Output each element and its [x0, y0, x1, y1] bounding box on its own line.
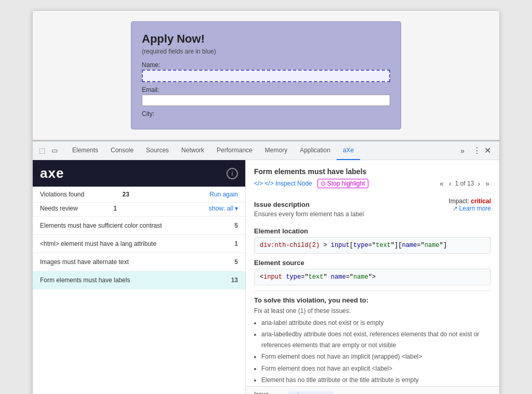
tab-elements[interactable]: Elements — [66, 141, 104, 160]
city-label: City: — [142, 110, 390, 117]
element-source-title: Element source — [254, 259, 491, 267]
solve-item-2: Form element does not have an implicit (… — [261, 351, 491, 362]
email-label: Email: — [142, 86, 390, 94]
first-page-button[interactable]: « — [438, 179, 445, 188]
more-tabs-button[interactable]: » — [456, 141, 469, 160]
element-location-title: Element location — [254, 227, 491, 235]
name-label: Name: — [142, 61, 390, 69]
learn-more-link[interactable]: ↗ Learn more — [418, 205, 491, 212]
axe-logo: axe — [40, 165, 64, 181]
solve-item-1: aria-labelledby attribute does not exist… — [261, 329, 491, 350]
menu-dots-icon: ⋮ — [473, 146, 481, 155]
violation-item-2[interactable]: Images must have alternate text 5 — [33, 253, 245, 271]
devtools: ⬚ ▭ Elements Console Sources Network Per… — [33, 140, 499, 394]
device-icon[interactable]: ▭ — [49, 146, 60, 156]
devtools-icon-group: ⬚ ▭ — [37, 146, 60, 156]
devtools-body: axe i Violations found 23 Run again Need… — [33, 160, 499, 394]
tab-network[interactable]: Network — [175, 141, 210, 160]
impact-text: Impact: critical — [418, 198, 491, 205]
axe-stats-row2: Needs review 1 show: all ▾ — [33, 203, 245, 217]
violation-label-1: <html> element must have a lang attribut… — [40, 240, 234, 247]
needs-review-count: 1 — [113, 205, 117, 212]
pagination-text: 1 of 13 — [455, 180, 474, 187]
axe-header: axe i — [33, 160, 245, 187]
stop-icon: ⊙ — [321, 180, 326, 187]
details-panel: Form elements must have labels </> </> I… — [246, 160, 499, 386]
element-location-code: div:nth-child(2) > input[type="text"][na… — [254, 237, 491, 254]
cursor-icon[interactable]: ⬚ — [37, 146, 47, 156]
webpage-area: Apply Now! (required fields are in blue)… — [33, 11, 499, 140]
details-actions: </> </> Inspect Node ⊙ Stop highlight « … — [254, 179, 491, 188]
violation-count-0: 5 — [234, 222, 238, 229]
show-filter-value[interactable]: all ▾ — [227, 205, 238, 212]
axe-panel: axe i Violations found 23 Run again Need… — [33, 160, 246, 394]
axe-info-button[interactable]: i — [227, 168, 238, 179]
violations-list: Elements must have sufficient color cont… — [33, 217, 245, 394]
tags-bar: Issue tags: category: forms wcag2a wcag3… — [246, 386, 499, 394]
solve-item-0: aria-label attribute does not exist or i… — [261, 318, 491, 328]
tab-axe[interactable]: aXe — [337, 141, 360, 160]
issue-description-row: Issue description Ensures every form ele… — [254, 195, 491, 222]
violation-label-3: Form elements must have labels — [40, 277, 231, 284]
violations-label: Violations found — [40, 191, 120, 198]
impact-value: critical — [471, 198, 491, 205]
form-container: Apply Now! (required fields are in blue)… — [131, 21, 401, 129]
details-container: Form elements must have labels </> </> I… — [246, 160, 499, 394]
email-input[interactable] — [142, 95, 390, 106]
run-again-button[interactable]: Run again — [209, 191, 238, 198]
external-link-icon: ↗ — [453, 205, 458, 212]
code-icon: </> — [254, 180, 263, 187]
solve-title: To solve this violation, you need to: — [254, 296, 491, 304]
form-subtitle: (required fields are in blue) — [142, 48, 390, 55]
next-page-button[interactable]: › — [476, 179, 482, 188]
close-icon[interactable]: ✕ — [484, 146, 491, 155]
solve-item-3: Form element does not have an explicit <… — [261, 363, 491, 374]
show-filter: show: all ▾ — [209, 205, 238, 212]
violations-count: 23 — [122, 191, 129, 198]
prev-page-button[interactable]: ‹ — [447, 179, 453, 188]
violation-count-1: 1 — [234, 240, 238, 247]
violation-count-2: 5 — [234, 258, 238, 266]
browser-window: Apply Now! (required fields are in blue)… — [32, 10, 500, 394]
last-page-button[interactable]: » — [484, 179, 491, 188]
tags-label: Issue tags: — [254, 391, 284, 394]
impact-block: Impact: critical ↗ Learn more — [418, 195, 491, 212]
element-source-code: <input type="text" name="name"> — [254, 269, 491, 285]
tab-console[interactable]: Console — [104, 141, 140, 160]
devtools-tabs-bar: ⬚ ▭ Elements Console Sources Network Per… — [33, 141, 499, 160]
violation-item-0[interactable]: Elements must have sufficient color cont… — [33, 217, 245, 235]
pagination: « ‹ 1 of 13 › » — [438, 179, 491, 188]
axe-stats-row: Violations found 23 Run again — [33, 187, 245, 203]
solve-item-4: Element has no title attribute or the ti… — [261, 375, 491, 385]
issue-description-title: Issue description — [254, 201, 364, 208]
issue-description-block: Issue description Ensures every form ele… — [254, 195, 364, 222]
form-title: Apply Now! — [142, 32, 390, 46]
inspect-node-button[interactable]: </> </> Inspect Node — [254, 180, 312, 187]
tag-0[interactable]: category: forms — [288, 391, 334, 394]
tab-application[interactable]: Application — [294, 141, 337, 160]
violation-label-2: Images must have alternate text — [40, 258, 234, 266]
tab-memory[interactable]: Memory — [259, 141, 294, 160]
devtools-menu[interactable]: ⋮ ✕ — [469, 141, 495, 160]
violation-detail-title: Form elements must have labels — [254, 167, 491, 176]
violation-item-1[interactable]: <html> element must have a lang attribut… — [33, 235, 245, 253]
needs-review-label: Needs review — [40, 205, 111, 212]
violation-count-3: 13 — [231, 277, 238, 284]
solve-list: aria-label attribute does not exist or i… — [254, 318, 491, 385]
divider — [254, 291, 491, 291]
stop-highlight-button[interactable]: ⊙ Stop highlight — [317, 179, 368, 188]
issue-description-text: Ensures every form element has a label — [254, 211, 364, 218]
solve-subtitle: Fix at least one (1) of these issues: — [254, 307, 491, 314]
violation-item-3[interactable]: Form elements must have labels 13 — [33, 271, 245, 290]
tab-performance[interactable]: Performance — [210, 141, 259, 160]
tab-sources[interactable]: Sources — [140, 141, 175, 160]
name-input[interactable] — [142, 70, 390, 82]
violation-label-0: Elements must have sufficient color cont… — [40, 222, 234, 229]
